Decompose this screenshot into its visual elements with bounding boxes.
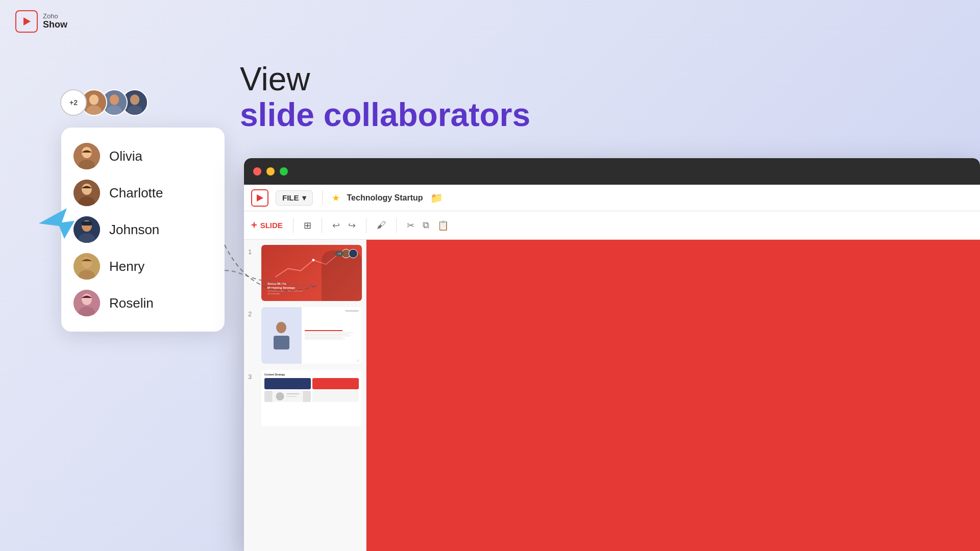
collab-item-henry[interactable]: Henry bbox=[69, 248, 216, 285]
collab-name-henry: Henry bbox=[109, 259, 144, 274]
svg-marker-0 bbox=[23, 17, 31, 26]
svg-point-30 bbox=[276, 322, 286, 333]
collab-av-2 bbox=[349, 249, 358, 258]
svg-point-24 bbox=[82, 294, 92, 305]
file-button[interactable]: FILE ▾ bbox=[276, 190, 313, 206]
svg-marker-27 bbox=[257, 194, 263, 202]
avatar-olivia bbox=[74, 143, 100, 169]
layout-icon[interactable]: ⊞ bbox=[304, 220, 311, 231]
add-slide-button[interactable]: + SLIDE bbox=[251, 219, 283, 231]
svg-point-14 bbox=[82, 184, 92, 195]
file-dropdown-icon: ▾ bbox=[302, 193, 306, 203]
browser-main: 1 bbox=[244, 240, 980, 551]
svg-rect-19 bbox=[82, 221, 92, 226]
collab-badge-count: +2 bbox=[335, 251, 344, 256]
svg-point-8 bbox=[130, 94, 139, 105]
avatar-roselin bbox=[74, 290, 100, 316]
heading-line2: slide collaborators bbox=[240, 97, 530, 133]
star-icon[interactable]: ★ bbox=[332, 192, 340, 204]
slide-thumb-2[interactable]: 2 Introduction bbox=[248, 307, 362, 363]
slides-panel: 1 bbox=[244, 240, 366, 551]
slide-thumb-1[interactable]: 1 bbox=[248, 245, 362, 301]
slide-label: SLIDE bbox=[260, 221, 283, 230]
svg-point-28 bbox=[312, 259, 314, 261]
heading-area: View slide collaborators bbox=[240, 61, 530, 133]
slide1-collab-badge: +2 bbox=[335, 249, 358, 258]
plus-icon: + bbox=[251, 219, 257, 231]
slide3-content: Content Strategy bbox=[261, 370, 362, 426]
collab-name-johnson: Johnson bbox=[109, 222, 159, 238]
svg-point-33 bbox=[276, 392, 284, 400]
collab-item-roselin[interactable]: Roselin bbox=[69, 285, 216, 321]
logo-text: Zoho Show bbox=[43, 13, 67, 30]
scissors-icon[interactable]: ✂ bbox=[407, 220, 414, 231]
slide3-grid bbox=[264, 378, 359, 402]
collab-item-olivia[interactable]: Olivia bbox=[69, 138, 216, 174]
browser-toolbar: FILE ▾ ★ Technology Startup 📁 bbox=[244, 185, 980, 211]
heading-line1: View bbox=[240, 61, 530, 97]
file-title: Technology Startup bbox=[347, 193, 423, 203]
collab-name-roselin: Roselin bbox=[109, 295, 154, 311]
svg-point-21 bbox=[82, 257, 92, 268]
canvas-slide-red bbox=[366, 240, 980, 551]
toolbar-separator-3 bbox=[322, 218, 322, 233]
folder-icon[interactable]: 📁 bbox=[430, 192, 443, 204]
toolbar-separator-4 bbox=[366, 218, 366, 233]
collab-name-charlotte: Charlotte bbox=[109, 185, 163, 201]
slide1-content: Social MediaMarketing Strategy John Sime… bbox=[261, 245, 362, 301]
undo-icon[interactable]: ↩ bbox=[332, 220, 340, 231]
slide3-cell-2 bbox=[312, 378, 359, 389]
copy-icon[interactable]: ⧉ bbox=[423, 220, 429, 231]
traffic-light-green[interactable] bbox=[280, 167, 288, 176]
redo-icon[interactable]: ↪ bbox=[348, 220, 356, 231]
slide-number-1: 1 bbox=[248, 248, 256, 256]
file-label: FILE bbox=[282, 193, 299, 202]
avatar-plus-count: +2 bbox=[60, 89, 87, 116]
logo-zoho: Zoho bbox=[43, 13, 67, 20]
slide-number-3: 3 bbox=[248, 373, 256, 381]
slide3-cell-4 bbox=[312, 391, 359, 402]
svg-point-2 bbox=[89, 94, 99, 105]
slide-thumb-3[interactable]: 3 Content Strategy bbox=[248, 370, 362, 426]
slide-toolbar: + SLIDE ⊞ ↩ ↪ 🖌 ✂ ⧉ 📋 bbox=[244, 211, 980, 240]
zoho-show-icon[interactable] bbox=[251, 189, 268, 207]
svg-rect-34 bbox=[287, 393, 300, 394]
slide2-page-num: 02 bbox=[356, 359, 359, 362]
slide2-content: Introduction bbox=[261, 307, 362, 363]
avatar-henry bbox=[74, 253, 100, 280]
slide2-text-area bbox=[302, 327, 362, 343]
slide-number-2: 2 bbox=[248, 310, 256, 318]
logo-show: Show bbox=[43, 20, 67, 30]
collab-name-olivia: Olivia bbox=[109, 148, 142, 164]
svg-point-5 bbox=[110, 94, 119, 105]
avatar-johnson bbox=[74, 216, 100, 243]
toolbar-separator-1 bbox=[322, 190, 323, 206]
slide2-label: Introduction bbox=[346, 309, 359, 312]
avatar-charlotte bbox=[74, 180, 100, 206]
slide-preview-1[interactable]: Social MediaMarketing Strategy John Sime… bbox=[261, 245, 362, 301]
collab-item-charlotte[interactable]: Charlotte bbox=[69, 174, 216, 211]
slide3-cell-1 bbox=[264, 378, 311, 389]
slide-preview-2[interactable]: Introduction bbox=[261, 307, 362, 363]
traffic-light-yellow[interactable] bbox=[266, 167, 275, 176]
slide3-title: Content Strategy bbox=[264, 373, 359, 376]
floating-avatars: +2 bbox=[60, 89, 148, 116]
toolbar-separator-5 bbox=[396, 218, 397, 233]
main-canvas bbox=[366, 240, 980, 551]
slide-preview-3[interactable]: Content Strategy bbox=[261, 370, 362, 426]
logo: Zoho Show bbox=[15, 10, 67, 33]
traffic-light-red[interactable] bbox=[253, 167, 261, 176]
browser-titlebar bbox=[244, 158, 980, 185]
slide2-person-area bbox=[261, 307, 302, 363]
paste-icon[interactable]: 📋 bbox=[437, 220, 449, 231]
toolbar-separator-2 bbox=[293, 218, 293, 233]
arrow-pointer bbox=[39, 208, 75, 241]
svg-marker-26 bbox=[39, 208, 75, 239]
logo-icon bbox=[15, 10, 38, 33]
collaborators-panel: Olivia Charlotte Johnson bbox=[61, 128, 225, 332]
paint-icon[interactable]: 🖌 bbox=[377, 220, 386, 231]
svg-rect-31 bbox=[274, 336, 289, 349]
browser-window: FILE ▾ ★ Technology Startup 📁 + SLIDE ⊞ … bbox=[244, 158, 980, 551]
slide3-cell-3 bbox=[264, 391, 311, 402]
collab-item-johnson[interactable]: Johnson bbox=[69, 211, 216, 248]
